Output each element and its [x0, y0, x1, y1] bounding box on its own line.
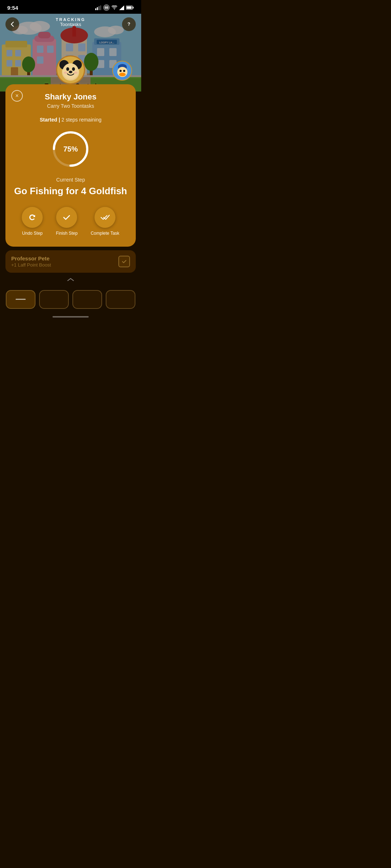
svg-point-58 — [66, 67, 69, 71]
current-step-label: Current Step — [56, 177, 85, 183]
tracking-text: TRACKING — [56, 17, 85, 22]
svg-point-67 — [119, 73, 126, 76]
nav-tab-1[interactable] — [6, 290, 35, 309]
complete-task-action[interactable]: Complete Task — [91, 207, 119, 237]
scene-header: TRACKING Toontasks ? — [0, 14, 141, 35]
svg-rect-7 — [127, 7, 132, 9]
svg-rect-6 — [133, 7, 134, 9]
notification-badge: 98 — [103, 4, 110, 11]
tracking-label: TRACKING Toontasks — [56, 17, 85, 27]
current-step-task: Go Fishing for 4 Goldfish — [14, 186, 127, 197]
mickey-avatar — [56, 55, 85, 84]
card-subtitle: Carry Two Toontasks — [13, 103, 128, 109]
svg-point-62 — [74, 72, 77, 74]
status-icons: 98 — [95, 4, 134, 11]
bottom-navigation — [0, 286, 141, 313]
task-card: × Sharky Jones Carry Two Toontasks Start… — [5, 84, 136, 247]
svg-rect-3 — [100, 5, 101, 10]
svg-marker-4 — [119, 5, 124, 10]
cellular-icon — [119, 5, 124, 10]
expand-button[interactable] — [0, 277, 141, 282]
nav-tab-1-indicator — [16, 299, 26, 300]
wifi-icon — [112, 5, 117, 10]
finish-step-button[interactable] — [56, 207, 77, 228]
scene-area: LOOPY LA... TRACKING Toontasks ? — [0, 14, 141, 92]
complete-task-label: Complete Task — [91, 231, 119, 237]
battery-icon — [126, 5, 134, 10]
action-row: Undo Step Finish Step — [22, 207, 119, 237]
home-indicator-bar — [52, 316, 89, 318]
steps-remaining: Started | 2 steps remaining — [40, 117, 101, 123]
svg-rect-1 — [97, 7, 98, 10]
nav-tab-4[interactable] — [106, 290, 135, 309]
signal-icon — [95, 5, 101, 10]
svg-point-59 — [72, 67, 75, 71]
finish-step-action[interactable]: Finish Step — [56, 207, 77, 237]
secondary-title: Professor Pete — [11, 255, 51, 261]
secondary-card: Professor Pete +1 Laff Point Boost — [5, 250, 136, 273]
undo-step-action[interactable]: Undo Step — [22, 207, 43, 237]
back-button[interactable] — [5, 17, 19, 31]
secondary-checkbox[interactable] — [118, 256, 130, 267]
svg-point-61 — [64, 72, 67, 74]
finish-step-label: Finish Step — [56, 231, 77, 237]
help-button[interactable]: ? — [122, 17, 136, 31]
card-title: Sharky Jones — [13, 91, 128, 102]
secondary-subtitle: +1 Laff Point Boost — [11, 262, 51, 268]
svg-point-60 — [69, 71, 72, 73]
toontasks-text: Toontasks — [56, 22, 85, 27]
undo-step-button[interactable] — [22, 207, 43, 228]
progress-section: Started | 2 steps remaining 75% Current … — [13, 117, 128, 237]
svg-rect-2 — [98, 6, 100, 10]
nav-tab-2[interactable] — [39, 290, 69, 309]
status-bar: 9:54 98 — [0, 0, 141, 14]
undo-step-label: Undo Step — [22, 231, 43, 237]
svg-rect-0 — [95, 8, 96, 10]
status-time: 9:54 — [7, 5, 18, 11]
complete-task-button[interactable] — [94, 207, 115, 228]
svg-text:?: ? — [127, 22, 130, 27]
donald-avatar — [112, 61, 132, 81]
progress-percent: 75% — [63, 145, 78, 153]
svg-point-68 — [119, 70, 122, 72]
secondary-card-text: Professor Pete +1 Laff Point Boost — [11, 255, 51, 268]
svg-point-69 — [123, 70, 125, 72]
home-indicator — [0, 313, 141, 321]
progress-ring: 75% — [51, 129, 91, 169]
close-button[interactable]: × — [11, 90, 23, 102]
nav-tab-3[interactable] — [72, 290, 102, 309]
